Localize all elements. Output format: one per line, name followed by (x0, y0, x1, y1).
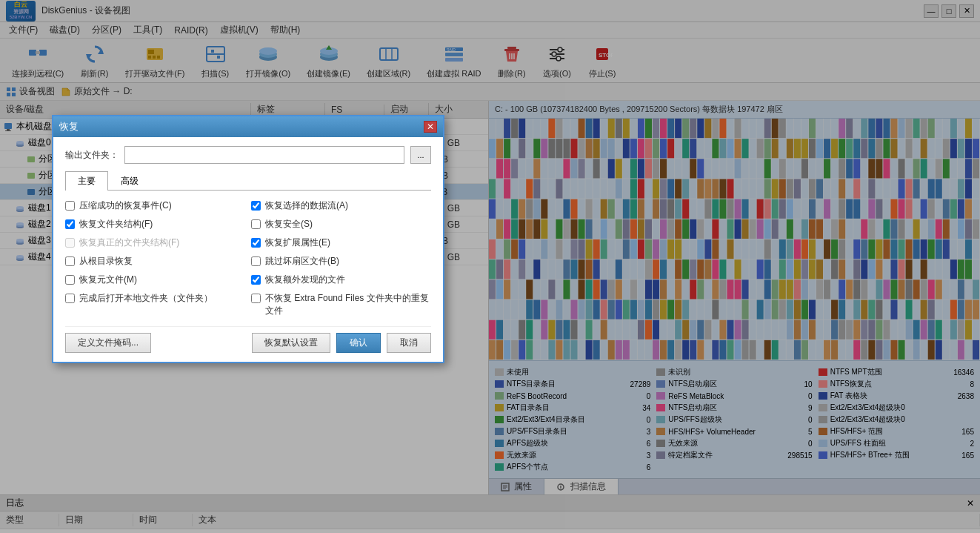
svg-rect-49 (5, 130, 11, 131)
checkbox-restore-streams-input[interactable] (251, 201, 261, 211)
scan-icon (204, 42, 227, 66)
svg-rect-54 (27, 173, 35, 179)
svg-rect-9 (153, 56, 156, 59)
close-button[interactable]: ✕ (959, 4, 974, 18)
virtual-raid-button[interactable]: RAID 创建虚拟 RAID (421, 39, 487, 82)
checkbox-extended-attrs-input[interactable] (251, 238, 261, 248)
checkbox-restore-security[interactable]: 恢复安全(S) (251, 218, 431, 231)
options-button[interactable]: 选项(O) (537, 39, 578, 82)
legend-label: NTFS恢复点 (830, 379, 872, 389)
menu-partition[interactable]: 分区(P) (86, 22, 127, 38)
checkbox-open-folder[interactable]: 完成后打开本地文件夹（文件夹） (65, 292, 245, 317)
browse-button[interactable]: ... (410, 146, 431, 164)
svg-rect-55 (27, 189, 35, 195)
legend-label: NTFS启动扇区 (668, 403, 717, 413)
checkbox-compress-events[interactable]: 压缩成功的恢复事件(C) (65, 199, 245, 212)
checkbox-open-folder-input[interactable] (65, 294, 75, 303)
tab-advanced[interactable]: 高级 (108, 171, 151, 191)
stop-button[interactable]: STOP 停止(S) (582, 39, 623, 82)
checkbox-extra-files[interactable]: 恢复额外发现的文件 (251, 274, 431, 286)
scan-button[interactable]: 扫描(S) (195, 39, 236, 82)
right-panel: C: - 100 GB (107374182400 Bytes , 209715… (489, 101, 980, 494)
checkbox-restore-streams[interactable]: 恢复选择的数据流(A) (251, 199, 431, 212)
legend-area: 未使用 未识别 NTFS MPT范围16346 NTFS目录条目27289 NT… (489, 360, 980, 478)
create-region-button[interactable]: 创建区域(R) (361, 39, 416, 82)
svg-rect-10 (157, 56, 160, 59)
menu-file[interactable]: 文件(F) (3, 22, 44, 38)
restore-defaults-button[interactable]: 恢复默认设置 (252, 333, 330, 353)
checkbox-meta-files-input[interactable] (65, 275, 75, 285)
tab-scan-info[interactable]: 扫描信息 (544, 479, 618, 494)
svg-point-64 (16, 239, 24, 242)
minimize-button[interactable]: — (924, 4, 939, 18)
menu-bar: 文件(F) 磁盘(D) 分区(P) 工具(T) RAID(R) 虚拟机(V) 帮… (0, 22, 980, 39)
legend-fat-table: FAT 表格块2638 (819, 391, 974, 401)
svg-point-17 (259, 47, 277, 55)
svg-point-74 (561, 488, 562, 489)
legend-ufs-cyl: UPS/FFS 柱面组2 (819, 438, 974, 448)
tab-main[interactable]: 主要 (65, 171, 108, 191)
open-driver-button[interactable]: 打开驱动文件(F) (119, 39, 190, 82)
connect-icon (26, 42, 50, 66)
log-title: 日志 (6, 497, 24, 509)
define-mask-button[interactable]: 定义文件掩码... (65, 333, 151, 353)
toolbar: 连接到远程(C) 刷新(R) 打开驱动文件(F) 扫描(S) 打开镜像(O) 创… (0, 39, 980, 83)
checkbox-folder-structure-input[interactable] (65, 219, 75, 229)
checkbox-extended-attrs[interactable]: 恢复扩展属性(E) (251, 236, 431, 249)
log-close-icon[interactable]: ✕ (967, 498, 974, 509)
svg-marker-21 (326, 45, 332, 50)
checkbox-meta-files[interactable]: 恢复元文件(M) (65, 274, 245, 286)
svg-rect-8 (148, 56, 151, 59)
checkbox-from-root-input[interactable] (65, 256, 75, 266)
svg-rect-53 (27, 156, 35, 162)
legend-label: ReFS MetaBlock (668, 392, 724, 400)
checkbox-folder-structure[interactable]: 恢复文件夹结构(F) (65, 218, 245, 231)
tab-properties[interactable]: 属性 (489, 479, 544, 494)
create-image-label: 创建镜像(E) (307, 68, 350, 79)
menu-disk[interactable]: 磁盘(D) (44, 22, 86, 38)
svg-text:RAID: RAID (447, 47, 456, 52)
legend-label: APFS个节点 (507, 462, 548, 472)
checkbox-skip-bad[interactable]: 跳过坏扇区文件(B) (251, 255, 431, 268)
open-image-button[interactable]: 打开镜像(O) (240, 39, 296, 82)
create-image-button[interactable]: 创建镜像(E) (301, 39, 356, 82)
breadcrumb-device-view[interactable]: 设备视图 (6, 85, 55, 98)
menu-raid[interactable]: RAID(R) (168, 24, 213, 37)
menu-vm[interactable]: 虚拟机(V) (214, 22, 264, 38)
checkbox-real-folder-input (65, 238, 75, 248)
delete-button[interactable]: 删除(R) (492, 39, 533, 82)
connect-remote-button[interactable]: 连接到远程(C) (6, 39, 70, 82)
legend-ntfs-mpt: NTFS MPT范围16346 (819, 367, 974, 377)
col-size-header: 大小 (429, 103, 488, 116)
maximize-button[interactable]: □ (941, 4, 956, 18)
dialog-btn-left: 定义文件掩码... (65, 333, 151, 353)
legend-apfs-super: APFS超级块6 (495, 438, 650, 448)
checkbox-from-root[interactable]: 从根目录恢复 (65, 255, 245, 268)
menu-help[interactable]: 帮助(H) (264, 22, 307, 38)
legend-refs-meta: ReFS MetaBlock0 (656, 391, 812, 401)
cancel-button[interactable]: 取消 (387, 333, 431, 353)
refresh-button[interactable]: 刷新(R) (74, 39, 115, 82)
dialog-close-button[interactable]: ✕ (424, 121, 437, 133)
log-area: 日志 ✕ 类型 日期 时间 文本 (0, 494, 980, 533)
refresh-icon (83, 42, 107, 66)
breadcrumb-original-file[interactable]: 原始文件 → D: (61, 85, 133, 98)
confirm-button[interactable]: 确认 (336, 333, 381, 353)
svg-point-67 (16, 255, 24, 258)
checkbox-skip-bad-input[interactable] (251, 256, 261, 266)
legend-apfs-node: APFS个节点6 (495, 462, 650, 472)
svg-point-61 (16, 222, 24, 225)
checkbox-no-duplicate[interactable]: 不恢复 Extra Found Files 文件夹中的重复文件 (251, 292, 431, 317)
checkbox-restore-security-input[interactable] (251, 219, 261, 229)
log-header: 日志 ✕ (0, 495, 980, 512)
output-folder-row: 输出文件夹： ... (65, 146, 431, 164)
device-view-label: 设备视图 (19, 85, 55, 98)
options-label: 选项(O) (543, 68, 571, 79)
checkbox-extra-files-input[interactable] (251, 275, 261, 285)
checkbox-no-duplicate-input[interactable] (251, 294, 261, 303)
delete-label: 删除(R) (498, 68, 525, 79)
checkbox-compress-events-input[interactable] (65, 201, 75, 211)
refresh-label: 刷新(R) (81, 68, 108, 79)
menu-tools[interactable]: 工具(T) (127, 22, 168, 38)
output-folder-input[interactable] (124, 146, 404, 164)
